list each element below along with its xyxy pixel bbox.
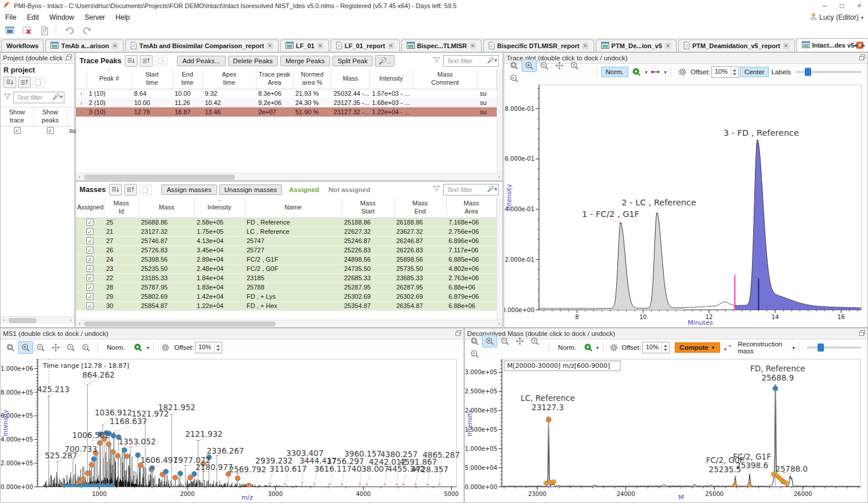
filter-icon[interactable] <box>3 93 11 102</box>
tab-tmab-and-biosimilar-comparison-report[interactable]: TmAb and Biosimilar Comparison_report✕ <box>125 39 279 52</box>
export-button[interactable] <box>139 184 152 196</box>
masses-h-scrollbar[interactable]: ‹› <box>76 320 502 327</box>
mass-row[interactable]: ✓2725746.874.13e+042574725246.8726246.87… <box>76 236 497 245</box>
column-header[interactable]: Mass <box>331 69 370 89</box>
trace-peaks-v-scrollbar[interactable] <box>497 69 502 173</box>
filter-icon[interactable] <box>433 186 440 194</box>
tab-close-icon[interactable]: ✕ <box>388 42 395 49</box>
chevron-down-icon[interactable]: ▾ <box>147 345 149 350</box>
zoom-mass-icon[interactable] <box>582 341 595 354</box>
mass-row[interactable]: ✓2325235.502.48e+04FC/2 , G0F24735.50257… <box>76 264 497 273</box>
column-header[interactable]: End time <box>172 69 202 89</box>
sort-ascending-button[interactable] <box>124 184 137 196</box>
chevron-down-icon[interactable]: ▾ <box>596 345 599 350</box>
trace-plot-chart[interactable]: 8101214160.000e+002.000e-014.000e-016.00… <box>504 80 867 327</box>
tab-close-icon[interactable]: ✕ <box>266 42 273 49</box>
column-header[interactable]: Mass Area <box>446 198 497 218</box>
column-header[interactable]: Mass <box>139 198 194 218</box>
close-button[interactable]: × <box>851 0 868 12</box>
zoom-mass-icon[interactable] <box>131 341 146 354</box>
dock-icon[interactable] <box>66 55 72 61</box>
zoom-fit-button[interactable] <box>467 335 482 348</box>
sort-descending-button[interactable] <box>109 184 122 196</box>
center-button[interactable]: Center <box>740 67 769 77</box>
zoom-in-button[interactable] <box>18 341 33 354</box>
tab-ptm-deamidation-v5-report[interactable]: PTM_Deamidation_v5_report✕ <box>678 39 795 52</box>
maximize-button[interactable]: □ <box>833 0 851 12</box>
mass-row[interactable]: ✓2925802.691.42e+04FD , + Lys25302.69263… <box>76 292 497 301</box>
tab-close-icon[interactable]: ✕ <box>469 42 476 49</box>
dock-icon[interactable] <box>859 55 865 61</box>
column-header[interactable]: ⌄Intensity <box>194 198 244 218</box>
assigned-toggle[interactable]: Assigned <box>289 186 319 193</box>
mass-row[interactable]: ✓3025854.871.22e+04FD , + Hex25354.87263… <box>76 301 497 310</box>
zoom-fit-button[interactable] <box>3 341 18 354</box>
zoom-history-forward-button[interactable] <box>467 348 482 360</box>
undo-button[interactable] <box>62 24 77 37</box>
merge-peaks-button[interactable]: Merge Peaks <box>280 56 330 66</box>
menu-item-file[interactable]: File <box>0 12 21 23</box>
menu-item-server[interactable]: Server <box>79 12 110 23</box>
minimize-button[interactable]: – <box>816 0 833 12</box>
tab-ptm-de-ion-v5[interactable]: PTM_De...ion_v5✕ <box>596 39 677 52</box>
gear-icon[interactable] <box>158 341 173 354</box>
zoom-out-button[interactable] <box>537 59 552 72</box>
smoothing-slider[interactable] <box>807 346 862 349</box>
reconstruction-mass-dropdown[interactable]: Reconstruction mass <box>737 341 791 354</box>
export-button[interactable] <box>32 77 45 88</box>
column-header[interactable]: Name <box>244 198 342 218</box>
zoom-out-button[interactable] <box>497 335 512 348</box>
trace-style-icon[interactable] <box>649 66 663 78</box>
offset-spinner[interactable]: 10% <box>642 342 670 353</box>
tab-tmab-a-arison[interactable]: TmAb a...arison✕ <box>45 39 124 52</box>
sort-ascending-button[interactable] <box>18 77 31 88</box>
assign-masses-button[interactable]: Assign masses <box>161 184 216 195</box>
assigned-checkbox[interactable]: ✓ <box>86 265 93 272</box>
trace-peak-row[interactable]: ›2 (10)10.0011.2610.429.2e+0624.30 %2312… <box>76 98 497 107</box>
export-button[interactable] <box>155 55 168 67</box>
peak-search-button[interactable]: 🔎... <box>375 55 394 67</box>
tab-scroll-left-icon[interactable]: ◀ <box>852 41 859 50</box>
deconvolved-chart[interactable]: 230002400025000260000.000e+005.000e+041.… <box>465 356 867 502</box>
delete-peaks-button[interactable]: Delete Peaks <box>228 56 278 66</box>
pan-button[interactable] <box>48 341 63 354</box>
assigned-checkbox[interactable]: ✓ <box>86 293 93 300</box>
column-header[interactable]: ⌃Peak # <box>86 69 132 89</box>
tab-close-icon[interactable]: ✕ <box>111 42 118 49</box>
offset-spinner[interactable]: 10% <box>195 342 222 353</box>
zoom-history-forward-button[interactable] <box>78 341 93 354</box>
assigned-checkbox[interactable]: ✓ <box>86 228 93 235</box>
open-project-button[interactable] <box>2 24 17 37</box>
close-project-button[interactable] <box>20 24 35 37</box>
mass-row[interactable]: ✓2825787.951.83e+042578825287.9526287.95… <box>76 283 497 292</box>
zoom-out-button[interactable] <box>33 341 48 354</box>
search-icon[interactable]: 🔎▾ <box>53 93 63 100</box>
assigned-checkbox[interactable]: ✓ <box>86 274 93 281</box>
mass-row[interactable]: ✓2123127.321.75e+05LC , Reference22627.3… <box>76 227 497 236</box>
assigned-checkbox[interactable]: ✓ <box>86 284 93 291</box>
menu-item-window[interactable]: Window <box>44 12 79 23</box>
tab-bispec-tlmisr[interactable]: Bispec...TLMISR✕ <box>402 39 482 52</box>
mass-row[interactable]: ✓2425398.562.89e+04FC/2 , G1F24898.56258… <box>76 255 497 264</box>
tab-lf-01[interactable]: LF_01✕ <box>280 39 329 52</box>
show-peaks-checkbox[interactable]: ✓ <box>47 127 54 134</box>
ms1-chart[interactable]: 100020003000400050000.000e+002.000e+054.… <box>1 356 464 502</box>
mass-row[interactable]: ✓2525688.862.58e+05FD , Reference25188.8… <box>76 218 497 227</box>
zoom-in-button[interactable] <box>522 59 537 72</box>
trace-peaks-h-scrollbar[interactable]: ‹› <box>76 173 502 180</box>
gear-icon[interactable] <box>607 341 621 354</box>
labels-slider[interactable] <box>795 71 862 73</box>
zoom-history-back-button[interactable] <box>527 335 542 348</box>
offset-spinner[interactable]: 10% <box>711 66 739 78</box>
tab-close-icon[interactable]: ✕ <box>317 42 324 49</box>
tab-close-icon[interactable]: ✕ <box>582 42 589 49</box>
user-menu[interactable]: Lucy (Editor) ▾ <box>810 12 863 23</box>
row-expander-icon[interactable]: › <box>76 89 86 98</box>
split-peak-button[interactable]: Split Peak <box>332 56 373 66</box>
column-header-show-trace[interactable]: Show trace <box>1 107 34 126</box>
compute-button[interactable]: Compute▼ <box>675 342 720 353</box>
add-peaks-button[interactable]: Add Peaks... <box>177 56 225 66</box>
tab-scroll-right-icon[interactable]: ▶ <box>860 41 867 50</box>
row-expander-icon[interactable]: › <box>76 107 86 117</box>
zoom-history-back-button[interactable] <box>567 59 582 72</box>
